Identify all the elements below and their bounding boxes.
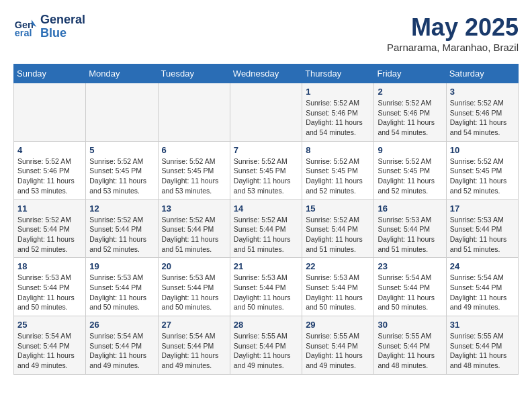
day-number: 8: [306, 145, 370, 155]
calendar-cell: 9Sunrise: 5:52 AM Sunset: 5:45 PM Daylig…: [374, 141, 446, 199]
day-info: Sunrise: 5:53 AM Sunset: 5:44 PM Dayligh…: [450, 215, 515, 255]
day-info: Sunrise: 5:54 AM Sunset: 5:44 PM Dayligh…: [89, 331, 154, 371]
weekday-header-sunday: Sunday: [14, 64, 86, 83]
weekday-header-tuesday: Tuesday: [158, 64, 230, 83]
logo-text: General Blue: [40, 13, 85, 40]
calendar-cell: [14, 83, 86, 142]
day-number: 15: [306, 203, 370, 214]
day-number: 9: [378, 145, 442, 155]
calendar-cell: 7Sunrise: 5:52 AM Sunset: 5:45 PM Daylig…: [230, 141, 302, 199]
calendar-cell: 1Sunrise: 5:52 AM Sunset: 5:46 PM Daylig…: [302, 83, 374, 142]
title-block: May 2025 Parnarama, Maranhao, Brazil: [387, 13, 519, 53]
day-info: Sunrise: 5:52 AM Sunset: 5:44 PM Dayligh…: [234, 215, 298, 255]
calendar-cell: 20Sunrise: 5:53 AM Sunset: 5:44 PM Dayli…: [158, 258, 230, 316]
day-info: Sunrise: 5:53 AM Sunset: 5:44 PM Dayligh…: [234, 273, 298, 312]
day-info: Sunrise: 5:52 AM Sunset: 5:45 PM Dayligh…: [450, 156, 515, 196]
day-info: Sunrise: 5:52 AM Sunset: 5:45 PM Dayligh…: [306, 156, 370, 196]
calendar-cell: [158, 83, 230, 142]
calendar-cell: 16Sunrise: 5:53 AM Sunset: 5:44 PM Dayli…: [374, 199, 446, 258]
day-number: 6: [162, 145, 226, 155]
day-info: Sunrise: 5:52 AM Sunset: 5:46 PM Dayligh…: [378, 98, 442, 138]
logo: Gen eral General Blue: [13, 13, 85, 40]
day-info: Sunrise: 5:52 AM Sunset: 5:44 PM Dayligh…: [162, 215, 226, 255]
logo-line1: General: [40, 13, 85, 27]
calendar-cell: 11Sunrise: 5:52 AM Sunset: 5:44 PM Dayli…: [14, 199, 86, 258]
day-info: Sunrise: 5:55 AM Sunset: 5:44 PM Dayligh…: [234, 331, 298, 371]
day-number: 18: [17, 261, 82, 271]
calendar-cell: 27Sunrise: 5:54 AM Sunset: 5:44 PM Dayli…: [158, 316, 230, 375]
day-number: 28: [234, 320, 298, 330]
day-info: Sunrise: 5:52 AM Sunset: 5:45 PM Dayligh…: [234, 156, 298, 196]
calendar-cell: 28Sunrise: 5:55 AM Sunset: 5:44 PM Dayli…: [230, 316, 302, 375]
day-info: Sunrise: 5:55 AM Sunset: 5:44 PM Dayligh…: [450, 331, 515, 371]
week-row-1: 1Sunrise: 5:52 AM Sunset: 5:46 PM Daylig…: [14, 83, 519, 142]
calendar-cell: 4Sunrise: 5:52 AM Sunset: 5:46 PM Daylig…: [14, 141, 86, 199]
calendar-cell: 24Sunrise: 5:54 AM Sunset: 5:44 PM Dayli…: [446, 258, 518, 316]
day-number: 29: [306, 320, 370, 330]
day-number: 25: [17, 320, 82, 330]
calendar-cell: 31Sunrise: 5:55 AM Sunset: 5:44 PM Dayli…: [446, 316, 518, 375]
day-number: 1: [306, 87, 370, 97]
day-info: Sunrise: 5:52 AM Sunset: 5:44 PM Dayligh…: [17, 215, 82, 255]
day-info: Sunrise: 5:52 AM Sunset: 5:46 PM Dayligh…: [17, 156, 82, 196]
day-info: Sunrise: 5:52 AM Sunset: 5:44 PM Dayligh…: [89, 215, 154, 255]
day-number: 31: [450, 320, 515, 330]
day-number: 27: [162, 320, 226, 330]
day-info: Sunrise: 5:53 AM Sunset: 5:44 PM Dayligh…: [17, 273, 82, 312]
calendar-cell: 26Sunrise: 5:54 AM Sunset: 5:44 PM Dayli…: [86, 316, 158, 375]
day-number: 21: [234, 261, 298, 271]
week-row-2: 4Sunrise: 5:52 AM Sunset: 5:46 PM Daylig…: [14, 141, 519, 199]
day-number: 30: [378, 320, 442, 330]
calendar-cell: 2Sunrise: 5:52 AM Sunset: 5:46 PM Daylig…: [374, 83, 446, 142]
calendar-cell: [230, 83, 302, 142]
calendar-table: SundayMondayTuesdayWednesdayThursdayFrid…: [13, 64, 519, 375]
day-number: 7: [234, 145, 298, 155]
svg-text:eral: eral: [15, 28, 32, 38]
day-info: Sunrise: 5:55 AM Sunset: 5:44 PM Dayligh…: [378, 331, 442, 371]
day-number: 20: [162, 261, 226, 271]
calendar-cell: 25Sunrise: 5:54 AM Sunset: 5:44 PM Dayli…: [14, 316, 86, 375]
calendar-cell: 3Sunrise: 5:52 AM Sunset: 5:46 PM Daylig…: [446, 83, 518, 142]
calendar-cell: 18Sunrise: 5:53 AM Sunset: 5:44 PM Dayli…: [14, 258, 86, 316]
day-info: Sunrise: 5:52 AM Sunset: 5:45 PM Dayligh…: [89, 156, 154, 196]
day-info: Sunrise: 5:52 AM Sunset: 5:44 PM Dayligh…: [306, 215, 370, 255]
day-number: 3: [450, 87, 515, 97]
day-number: 4: [17, 145, 82, 155]
calendar-cell: 17Sunrise: 5:53 AM Sunset: 5:44 PM Dayli…: [446, 199, 518, 258]
calendar-cell: 22Sunrise: 5:53 AM Sunset: 5:44 PM Dayli…: [302, 258, 374, 316]
calendar-cell: 12Sunrise: 5:52 AM Sunset: 5:44 PM Dayli…: [86, 199, 158, 258]
weekday-header-row: SundayMondayTuesdayWednesdayThursdayFrid…: [14, 64, 519, 83]
page-header: Gen eral General Blue May 2025 Parnarama…: [13, 13, 519, 53]
day-info: Sunrise: 5:54 AM Sunset: 5:44 PM Dayligh…: [162, 331, 226, 371]
calendar-cell: 13Sunrise: 5:52 AM Sunset: 5:44 PM Dayli…: [158, 199, 230, 258]
day-info: Sunrise: 5:54 AM Sunset: 5:44 PM Dayligh…: [17, 331, 82, 371]
day-info: Sunrise: 5:52 AM Sunset: 5:46 PM Dayligh…: [306, 98, 370, 138]
calendar-cell: 10Sunrise: 5:52 AM Sunset: 5:45 PM Dayli…: [446, 141, 518, 199]
week-row-5: 25Sunrise: 5:54 AM Sunset: 5:44 PM Dayli…: [14, 316, 519, 375]
calendar-cell: 21Sunrise: 5:53 AM Sunset: 5:44 PM Dayli…: [230, 258, 302, 316]
day-number: 26: [89, 320, 154, 330]
weekday-header-thursday: Thursday: [302, 64, 374, 83]
logo-line2: Blue: [40, 27, 85, 40]
day-number: 5: [89, 145, 154, 155]
calendar-cell: 23Sunrise: 5:54 AM Sunset: 5:44 PM Dayli…: [374, 258, 446, 316]
calendar-cell: 29Sunrise: 5:55 AM Sunset: 5:44 PM Dayli…: [302, 316, 374, 375]
day-info: Sunrise: 5:53 AM Sunset: 5:44 PM Dayligh…: [306, 273, 370, 312]
day-number: 13: [162, 203, 226, 214]
week-row-3: 11Sunrise: 5:52 AM Sunset: 5:44 PM Dayli…: [14, 199, 519, 258]
location-subtitle: Parnarama, Maranhao, Brazil: [387, 42, 519, 53]
weekday-header-monday: Monday: [86, 64, 158, 83]
day-number: 12: [89, 203, 154, 214]
calendar-cell: 19Sunrise: 5:53 AM Sunset: 5:44 PM Dayli…: [86, 258, 158, 316]
calendar-cell: 6Sunrise: 5:52 AM Sunset: 5:45 PM Daylig…: [158, 141, 230, 199]
day-number: 17: [450, 203, 515, 214]
calendar-cell: [86, 83, 158, 142]
day-number: 23: [378, 261, 442, 271]
day-number: 14: [234, 203, 298, 214]
day-number: 19: [89, 261, 154, 271]
week-row-4: 18Sunrise: 5:53 AM Sunset: 5:44 PM Dayli…: [14, 258, 519, 316]
day-info: Sunrise: 5:55 AM Sunset: 5:44 PM Dayligh…: [306, 331, 370, 371]
day-number: 11: [17, 203, 82, 214]
calendar-cell: 8Sunrise: 5:52 AM Sunset: 5:45 PM Daylig…: [302, 141, 374, 199]
day-info: Sunrise: 5:54 AM Sunset: 5:44 PM Dayligh…: [450, 273, 515, 312]
